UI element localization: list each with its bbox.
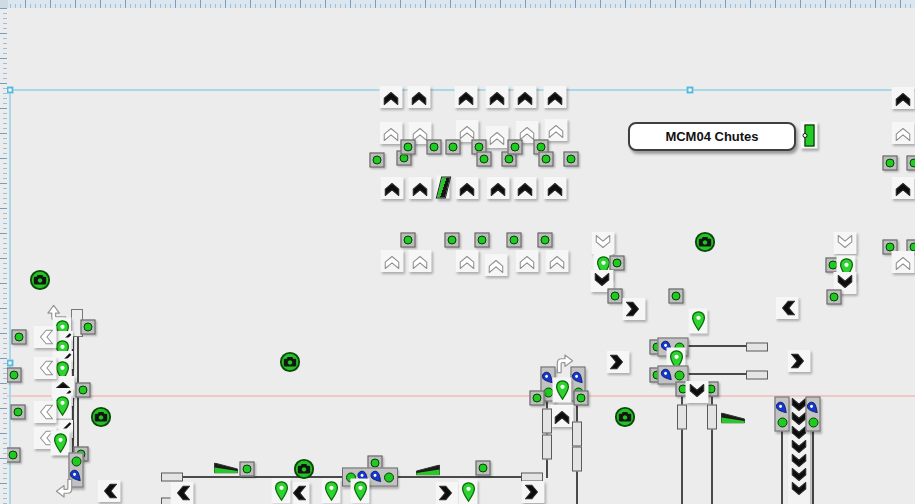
chevron-black-left-icon[interactable] (98, 480, 121, 502)
camera-icon[interactable] (615, 407, 636, 428)
camera-icon[interactable] (91, 407, 112, 428)
status-dot-indicator[interactable] (12, 330, 27, 345)
chevron-black-up-icon[interactable] (544, 86, 567, 108)
chevron-black-left-icon[interactable] (776, 297, 799, 319)
status-dot-indicator[interactable] (76, 383, 91, 398)
chevron-white-up-icon[interactable] (381, 250, 404, 272)
status-dot-indicator[interactable] (475, 233, 490, 248)
chevron-black-down-icon[interactable] (686, 381, 709, 403)
chevron-white-down-icon[interactable] (592, 232, 615, 254)
location-pin-green-icon[interactable] (351, 479, 370, 504)
chevron-black-up-icon[interactable] (544, 177, 567, 199)
conveyor-segment[interactable] (572, 422, 582, 447)
conveyor-segment[interactable] (572, 447, 582, 472)
camera-icon[interactable] (695, 232, 716, 253)
status-dot-indicator[interactable] (574, 391, 589, 406)
chevron-white-up-icon[interactable] (486, 126, 509, 148)
chevron-black-up-icon[interactable] (381, 177, 404, 199)
chevron-black-up-icon[interactable] (551, 405, 574, 427)
chevron-black-up-icon[interactable] (409, 177, 432, 199)
chevron-black-down-icon[interactable] (788, 479, 811, 501)
camera-icon[interactable] (294, 459, 315, 480)
chevron-black-right-icon[interactable] (436, 482, 459, 504)
status-dot-indicator[interactable] (539, 152, 554, 167)
chevron-white-up-icon[interactable] (456, 250, 479, 272)
chevron-black-up-icon[interactable] (892, 177, 915, 199)
chevron-white-up-icon[interactable] (892, 122, 915, 144)
location-pin-green-icon[interactable] (322, 479, 341, 504)
status-dot-indicator[interactable] (427, 140, 442, 155)
chevron-black-up-icon[interactable] (456, 177, 479, 199)
chevron-white-left-icon[interactable] (34, 326, 57, 348)
chevron-white-left-icon[interactable] (34, 357, 57, 379)
location-pin-green-icon[interactable] (553, 378, 572, 403)
chevron-black-up-icon[interactable] (380, 86, 403, 108)
status-dot-indicator[interactable] (401, 140, 416, 155)
conveyor-segment[interactable] (161, 473, 183, 482)
chute-area-label[interactable]: MCM04 Chutes (628, 122, 796, 151)
status-dot-indicator[interactable] (446, 140, 461, 155)
conveyor-segment[interactable] (542, 435, 552, 460)
status-dot-indicator[interactable] (564, 152, 579, 167)
chevron-white-up-icon[interactable] (485, 254, 508, 276)
status-dot-indicator[interactable] (7, 368, 22, 383)
status-dot-indicator[interactable] (907, 156, 915, 171)
chevron-white-up-icon[interactable] (546, 250, 569, 272)
status-dot-indicator[interactable] (11, 405, 26, 420)
conveyor-segment[interactable] (746, 371, 768, 380)
status-dot-indicator[interactable] (608, 289, 623, 304)
status-dot-indicator[interactable] (507, 233, 522, 248)
status-dot-indicator[interactable] (6, 448, 21, 463)
chevron-white-up-icon[interactable] (545, 119, 568, 141)
chevron-black-right-icon[interactable] (623, 298, 646, 320)
status-dot-indicator[interactable] (508, 140, 523, 155)
ramp-indicator[interactable] (416, 465, 440, 476)
status-dot-indicator[interactable] (401, 233, 416, 248)
conveyor-segment[interactable] (707, 405, 717, 430)
location-pin-green-icon[interactable] (689, 309, 708, 334)
location-pin-green-icon[interactable] (459, 480, 478, 504)
selection-handle[interactable] (7, 360, 14, 367)
conveyor-segment[interactable] (677, 405, 687, 430)
chevron-white-down-icon[interactable] (834, 232, 857, 254)
diverter-valve-indicator[interactable] (437, 176, 450, 199)
chevron-black-right-icon[interactable] (522, 481, 545, 503)
scada-editor-canvas[interactable]: MCM04 Chutes (0, 0, 915, 504)
camera-icon[interactable] (30, 270, 51, 291)
status-dot-indicator[interactable] (538, 233, 553, 248)
turn-arrow-icon[interactable] (55, 478, 76, 499)
ramp-indicator[interactable] (214, 463, 238, 474)
chevron-white-up-icon[interactable] (380, 122, 403, 144)
selection-handle[interactable] (7, 87, 14, 94)
status-dot-indicator[interactable] (477, 152, 492, 167)
chevron-black-up-icon[interactable] (487, 177, 510, 199)
status-dot-indicator[interactable] (370, 153, 385, 168)
status-dot-indicator[interactable] (530, 391, 545, 406)
conveyor-segment[interactable] (746, 343, 768, 352)
location-pin-green-icon[interactable] (272, 479, 291, 504)
chevron-black-up-icon[interactable] (486, 86, 509, 108)
chevron-white-up-icon[interactable] (409, 250, 432, 272)
chevron-black-up-icon[interactable] (514, 177, 537, 199)
status-dot-indicator[interactable] (445, 233, 460, 248)
sensor-group[interactable] (806, 397, 821, 432)
status-dot-indicator[interactable] (669, 289, 684, 304)
status-dot-indicator[interactable] (883, 156, 898, 171)
ramp-indicator[interactable] (721, 413, 745, 424)
chevron-black-up-icon[interactable] (455, 86, 478, 108)
selection-handle[interactable] (687, 87, 694, 94)
camera-icon[interactable] (280, 352, 301, 373)
chevron-white-left-icon[interactable] (34, 401, 57, 423)
chevron-black-up-icon[interactable] (514, 86, 537, 108)
chevron-black-right-icon[interactable] (607, 351, 630, 373)
chevron-white-up-icon[interactable] (892, 251, 915, 273)
status-dot-indicator[interactable] (610, 256, 625, 271)
gate-indicator[interactable] (801, 122, 818, 149)
sensor-group[interactable] (775, 397, 790, 432)
chevron-white-up-icon[interactable] (516, 250, 539, 272)
status-dot-indicator[interactable] (240, 462, 255, 477)
status-dot-indicator[interactable] (827, 290, 842, 305)
chevron-black-up-icon[interactable] (892, 87, 915, 109)
chevron-black-up-icon[interactable] (408, 86, 431, 108)
chevron-black-right-icon[interactable] (788, 350, 811, 372)
